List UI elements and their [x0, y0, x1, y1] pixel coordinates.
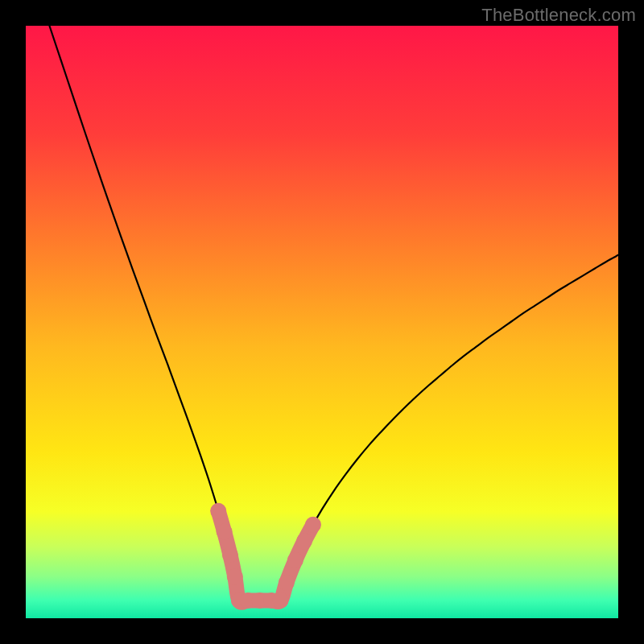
watermark-text: TheBottleneck.com — [481, 5, 636, 26]
chart-frame: TheBottleneck.com — [0, 0, 644, 644]
curve-curve-right — [280, 255, 618, 601]
marker-dot — [287, 552, 303, 568]
marker-dot — [227, 568, 243, 584]
marker-dot — [210, 503, 226, 519]
marker-dot — [296, 533, 312, 549]
marker-dot — [305, 517, 321, 533]
marker-dot — [279, 575, 295, 591]
bottleneck-curve — [26, 26, 618, 618]
marker-dot — [217, 524, 233, 540]
curve-curve-left — [49, 26, 239, 601]
plot-area — [26, 26, 618, 618]
marker-dot — [272, 592, 288, 609]
marker-dot — [222, 547, 238, 563]
